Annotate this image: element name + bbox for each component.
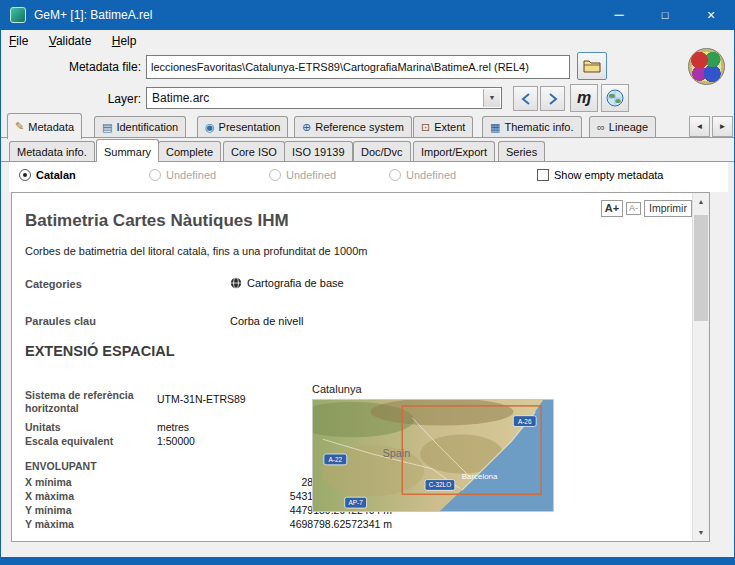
language-option-undefined-3: Undefined: [389, 169, 456, 181]
tab-label: Presentation: [219, 121, 281, 133]
tab-presentation[interactable]: ◉ Presentation: [197, 116, 288, 137]
maximize-icon: □: [662, 9, 669, 21]
thematic-info-tab-icon: ▦: [490, 122, 500, 133]
subtab-label: Import/Export: [421, 146, 487, 158]
subtab-complete[interactable]: Complete: [158, 141, 221, 161]
tab-thematic-info[interactable]: ▦ Thematic info.: [482, 116, 582, 137]
radio-undefined-1: [149, 169, 161, 181]
tab-identification[interactable]: ▤ Identification: [94, 116, 186, 137]
scroll-down-icon[interactable]: ▼: [693, 524, 709, 541]
map-country-label: Spain: [382, 447, 410, 459]
categories-value: Cartografia de base: [230, 277, 344, 291]
svg-text:AP-7: AP-7: [348, 499, 363, 506]
radio-catalan[interactable]: [19, 169, 31, 181]
subtab-core-iso[interactable]: Core ISO: [223, 141, 285, 161]
vertical-scrollbar[interactable]: ▲ ▼: [692, 193, 709, 541]
font-increase-button[interactable]: A+: [601, 200, 623, 217]
view-map-button[interactable]: [601, 84, 629, 112]
menu-validate[interactable]: Validate: [41, 30, 100, 52]
scale-value: 1:50000: [157, 435, 195, 447]
units-label: Unitats: [25, 421, 147, 434]
print-button[interactable]: Imprimir: [644, 200, 692, 217]
next-layer-button[interactable]: [540, 86, 565, 111]
metadata-file-label: Metadata file:: [3, 60, 141, 74]
spatial-extent-heading: EXTENSIÓ ESPACIAL: [25, 343, 175, 359]
close-button[interactable]: ×: [688, 0, 734, 30]
layer-select[interactable]: Batime.arc ▼: [146, 87, 502, 109]
close-icon: ×: [707, 7, 715, 23]
language-bar: Catalan Undefined Undefined Undefined Sh…: [9, 162, 728, 192]
metadata-file-input[interactable]: [146, 55, 570, 79]
tab-lineage[interactable]: ∞ Lineage: [589, 116, 656, 137]
lineage-tab-icon: ∞: [597, 122, 605, 133]
subtab-summary[interactable]: Summary: [96, 139, 159, 163]
chevron-left-icon: [521, 93, 531, 105]
extent-map: Spain Barcelona A-26 A-22 C-32LO AP-7: [312, 399, 554, 512]
show-empty-metadata-option[interactable]: Show empty metadata: [537, 169, 663, 181]
tab-label: Extent: [434, 121, 465, 133]
layer-value: Batime.arc: [152, 91, 209, 105]
subtab-iso-19139[interactable]: ISO 19139: [284, 141, 353, 161]
language-option-catalan[interactable]: Catalan: [19, 169, 76, 181]
map-city-label: Barcelona: [462, 472, 498, 481]
menu-help[interactable]: Help: [104, 30, 145, 52]
minimize-button[interactable]: ─: [596, 0, 642, 30]
minimize-icon: ─: [614, 7, 623, 22]
language-option-undefined-2: Undefined: [269, 169, 336, 181]
svg-text:A-26: A-26: [518, 418, 532, 425]
scrollbar-thumb[interactable]: [694, 215, 708, 321]
x-min-label: X mínima: [25, 476, 147, 489]
subtab-label: Complete: [166, 146, 213, 158]
svg-text:A-22: A-22: [329, 456, 343, 463]
y-max-label: Y màxima: [25, 518, 147, 531]
category-globe-icon: [230, 277, 242, 291]
road-badge-c32: C-32LO: [425, 480, 455, 491]
y-min-label: Y mínima: [25, 504, 147, 517]
subtab-label: Metadata info.: [17, 146, 87, 158]
subtab-import-export[interactable]: Import/Export: [413, 141, 495, 161]
chevron-down-icon[interactable]: ▼: [483, 89, 500, 107]
categories-text: Cartografia de base: [247, 277, 344, 289]
radio-label: Catalan: [36, 169, 76, 181]
subtab-label: Core ISO: [231, 146, 277, 158]
crs-value: UTM-31N-ETRS89: [157, 393, 246, 405]
show-empty-metadata-checkbox[interactable]: [537, 169, 549, 181]
app-icon: [10, 7, 26, 23]
subtab-series[interactable]: Series: [498, 141, 545, 161]
radio-label: Undefined: [286, 169, 336, 181]
road-badge-a26: A-26: [513, 416, 536, 427]
tab-reference-system[interactable]: ⊕ Reference system: [294, 116, 412, 137]
title-bar[interactable]: GeM+ [1]: BatimeA.rel ─ □ ×: [1, 0, 734, 30]
menu-bar: File Validate Help: [1, 30, 734, 53]
tab-scroll-left-button[interactable]: ◄: [689, 116, 710, 137]
tab-metadata[interactable]: ✎ Metadata: [7, 113, 82, 139]
arrow-left-icon: ◄: [696, 122, 704, 131]
previous-layer-button[interactable]: [513, 86, 538, 111]
identification-tab-icon: ▤: [102, 122, 112, 133]
radio-label: Undefined: [406, 169, 456, 181]
folder-icon: [583, 59, 601, 73]
subtab-doc-dvc[interactable]: Doc/Dvc: [353, 141, 411, 161]
tab-scroll-right-button[interactable]: ►: [712, 116, 733, 137]
crs-label: Sistema de referència horitzontal: [25, 389, 147, 415]
menu-file[interactable]: File: [1, 30, 36, 52]
chevron-right-icon: [548, 93, 558, 105]
open-file-button[interactable]: [577, 52, 607, 80]
language-option-undefined-1: Undefined: [149, 169, 216, 181]
reference-system-tab-icon: ⊕: [302, 122, 311, 133]
presentation-tab-icon: ◉: [205, 122, 215, 133]
keywords-value: Corba de nivell: [230, 315, 303, 327]
metadata-tab-icon: ✎: [15, 121, 24, 132]
maximize-button[interactable]: □: [642, 0, 688, 30]
y-max-value: 4698798.62572341 m: [162, 518, 392, 530]
layer-label: Layer:: [3, 92, 141, 106]
tab-label: Thematic info.: [504, 121, 573, 133]
road-badge-ap7: AP-7: [345, 497, 367, 508]
tab-extent[interactable]: ⊡ Extent: [413, 116, 473, 137]
font-decrease-button[interactable]: A-: [626, 202, 641, 215]
scroll-up-icon[interactable]: ▲: [693, 193, 709, 210]
window-title: GeM+ [1]: BatimeA.rel: [34, 8, 152, 22]
miramon-button[interactable]: ɱ: [570, 84, 598, 112]
subtab-metadata-info[interactable]: Metadata info.: [9, 141, 95, 161]
globe-icon: [606, 89, 624, 107]
